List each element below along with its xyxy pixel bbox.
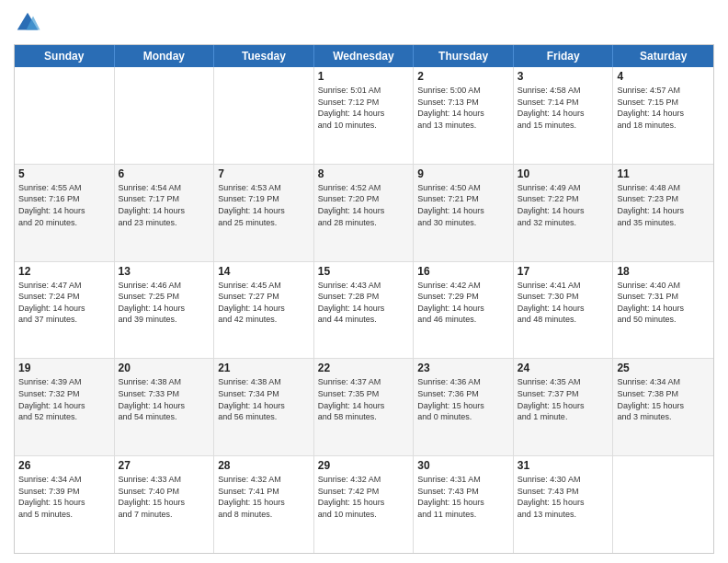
cell-text: Sunrise: 4:50 AMSunset: 7:21 PMDaylight:…	[417, 182, 509, 228]
calendar-row-1: 5Sunrise: 4:55 AMSunset: 7:16 PMDaylight…	[15, 165, 713, 262]
calendar-cell: 8Sunrise: 4:52 AMSunset: 7:20 PMDaylight…	[314, 165, 415, 261]
calendar-cell: 17Sunrise: 4:41 AMSunset: 7:30 PMDayligh…	[514, 262, 614, 359]
cell-text: Sunrise: 4:39 AMSunset: 7:32 PMDaylight:…	[18, 376, 110, 422]
cell-text: Sunrise: 5:00 AMSunset: 7:13 PMDaylight:…	[417, 85, 509, 131]
calendar-cell: 3Sunrise: 4:58 AMSunset: 7:14 PMDaylight…	[514, 67, 614, 164]
calendar-cell	[613, 456, 713, 553]
header-day-saturday: Saturday	[613, 45, 713, 67]
day-number: 26	[18, 459, 110, 472]
day-number: 11	[617, 167, 710, 180]
day-number: 6	[119, 167, 210, 180]
logo	[14, 9, 45, 37]
day-number: 10	[518, 167, 609, 180]
header-day-tuesday: Tuesday	[214, 45, 314, 67]
cell-text: Sunrise: 4:46 AMSunset: 7:25 PMDaylight:…	[119, 280, 210, 326]
cell-text: Sunrise: 4:45 AMSunset: 7:27 PMDaylight:…	[218, 280, 310, 326]
calendar-cell: 14Sunrise: 4:45 AMSunset: 7:27 PMDayligh…	[214, 262, 314, 359]
header-day-thursday: Thursday	[414, 45, 514, 67]
header	[14, 9, 714, 37]
day-number: 7	[218, 167, 310, 180]
cell-text: Sunrise: 4:53 AMSunset: 7:19 PMDaylight:…	[218, 182, 310, 228]
day-number: 30	[417, 459, 509, 472]
calendar-body: 1Sunrise: 5:01 AMSunset: 7:12 PMDaylight…	[15, 67, 713, 553]
calendar-cell: 31Sunrise: 4:30 AMSunset: 7:43 PMDayligh…	[514, 456, 614, 553]
calendar-cell: 1Sunrise: 5:01 AMSunset: 7:12 PMDaylight…	[314, 67, 415, 164]
day-number: 14	[218, 265, 310, 278]
day-number: 2	[417, 70, 509, 83]
cell-text: Sunrise: 4:36 AMSunset: 7:36 PMDaylight:…	[417, 376, 509, 422]
calendar-cell: 4Sunrise: 4:57 AMSunset: 7:15 PMDaylight…	[613, 67, 713, 164]
cell-text: Sunrise: 4:43 AMSunset: 7:28 PMDaylight:…	[318, 280, 410, 326]
day-number: 27	[119, 459, 210, 472]
calendar-row-3: 19Sunrise: 4:39 AMSunset: 7:32 PMDayligh…	[15, 359, 713, 456]
cell-text: Sunrise: 4:52 AMSunset: 7:20 PMDaylight:…	[318, 182, 410, 228]
day-number: 5	[18, 167, 110, 180]
calendar-cell: 2Sunrise: 5:00 AMSunset: 7:13 PMDaylight…	[414, 67, 514, 164]
calendar-cell: 26Sunrise: 4:34 AMSunset: 7:39 PMDayligh…	[15, 456, 115, 553]
calendar-cell: 15Sunrise: 4:43 AMSunset: 7:28 PMDayligh…	[314, 262, 415, 359]
day-number: 31	[518, 459, 609, 472]
calendar-cell: 16Sunrise: 4:42 AMSunset: 7:29 PMDayligh…	[414, 262, 514, 359]
cell-text: Sunrise: 4:33 AMSunset: 7:40 PMDaylight:…	[119, 474, 210, 520]
day-number: 25	[617, 362, 710, 374]
header-day-wednesday: Wednesday	[314, 45, 415, 67]
cell-text: Sunrise: 4:49 AMSunset: 7:22 PMDaylight:…	[518, 182, 609, 228]
cell-text: Sunrise: 4:35 AMSunset: 7:37 PMDaylight:…	[518, 376, 609, 422]
day-number: 20	[119, 362, 210, 374]
cell-text: Sunrise: 4:57 AMSunset: 7:15 PMDaylight:…	[617, 85, 710, 131]
calendar-cell: 9Sunrise: 4:50 AMSunset: 7:21 PMDaylight…	[414, 165, 514, 261]
day-number: 19	[18, 362, 110, 374]
calendar-cell: 10Sunrise: 4:49 AMSunset: 7:22 PMDayligh…	[514, 165, 614, 261]
cell-text: Sunrise: 4:41 AMSunset: 7:30 PMDaylight:…	[518, 280, 609, 326]
header-day-friday: Friday	[514, 45, 614, 67]
day-number: 12	[18, 265, 110, 278]
calendar-header: SundayMondayTuesdayWednesdayThursdayFrid…	[15, 45, 713, 67]
day-number: 3	[518, 70, 609, 83]
page: SundayMondayTuesdayWednesdayThursdayFrid…	[0, 0, 728, 563]
logo-icon	[14, 9, 41, 37]
cell-text: Sunrise: 4:48 AMSunset: 7:23 PMDaylight:…	[617, 182, 710, 228]
cell-text: Sunrise: 4:55 AMSunset: 7:16 PMDaylight:…	[18, 182, 110, 228]
cell-text: Sunrise: 4:32 AMSunset: 7:42 PMDaylight:…	[318, 474, 410, 520]
header-day-sunday: Sunday	[15, 45, 115, 67]
day-number: 17	[518, 265, 609, 278]
calendar-cell: 21Sunrise: 4:38 AMSunset: 7:34 PMDayligh…	[214, 359, 314, 455]
day-number: 23	[417, 362, 509, 374]
cell-text: Sunrise: 5:01 AMSunset: 7:12 PMDaylight:…	[318, 85, 410, 131]
calendar-cell: 13Sunrise: 4:46 AMSunset: 7:25 PMDayligh…	[115, 262, 215, 359]
cell-text: Sunrise: 4:54 AMSunset: 7:17 PMDaylight:…	[119, 182, 210, 228]
cell-text: Sunrise: 4:34 AMSunset: 7:39 PMDaylight:…	[18, 474, 110, 520]
day-number: 28	[218, 459, 310, 472]
cell-text: Sunrise: 4:37 AMSunset: 7:35 PMDaylight:…	[318, 376, 410, 422]
calendar-cell: 25Sunrise: 4:34 AMSunset: 7:38 PMDayligh…	[613, 359, 713, 455]
calendar-row-4: 26Sunrise: 4:34 AMSunset: 7:39 PMDayligh…	[15, 456, 713, 553]
day-number: 24	[518, 362, 609, 374]
calendar-cell: 24Sunrise: 4:35 AMSunset: 7:37 PMDayligh…	[514, 359, 614, 455]
day-number: 8	[318, 167, 410, 180]
header-day-monday: Monday	[115, 45, 215, 67]
day-number: 29	[318, 459, 410, 472]
calendar-cell: 5Sunrise: 4:55 AMSunset: 7:16 PMDaylight…	[15, 165, 115, 261]
calendar-cell: 11Sunrise: 4:48 AMSunset: 7:23 PMDayligh…	[613, 165, 713, 261]
cell-text: Sunrise: 4:47 AMSunset: 7:24 PMDaylight:…	[18, 280, 110, 326]
day-number: 1	[318, 70, 410, 83]
cell-text: Sunrise: 4:31 AMSunset: 7:43 PMDaylight:…	[417, 474, 509, 520]
calendar-cell: 30Sunrise: 4:31 AMSunset: 7:43 PMDayligh…	[414, 456, 514, 553]
calendar-cell: 19Sunrise: 4:39 AMSunset: 7:32 PMDayligh…	[15, 359, 115, 455]
day-number: 9	[417, 167, 509, 180]
day-number: 21	[218, 362, 310, 374]
calendar: SundayMondayTuesdayWednesdayThursdayFrid…	[14, 44, 714, 554]
cell-text: Sunrise: 4:30 AMSunset: 7:43 PMDaylight:…	[518, 474, 609, 520]
cell-text: Sunrise: 4:42 AMSunset: 7:29 PMDaylight:…	[417, 280, 509, 326]
calendar-row-0: 1Sunrise: 5:01 AMSunset: 7:12 PMDaylight…	[15, 67, 713, 165]
day-number: 15	[318, 265, 410, 278]
day-number: 4	[617, 70, 710, 83]
cell-text: Sunrise: 4:38 AMSunset: 7:34 PMDaylight:…	[218, 376, 310, 422]
calendar-cell: 6Sunrise: 4:54 AMSunset: 7:17 PMDaylight…	[115, 165, 215, 261]
cell-text: Sunrise: 4:34 AMSunset: 7:38 PMDaylight:…	[617, 376, 710, 422]
calendar-cell	[115, 67, 215, 164]
calendar-cell: 12Sunrise: 4:47 AMSunset: 7:24 PMDayligh…	[15, 262, 115, 359]
day-number: 13	[119, 265, 210, 278]
cell-text: Sunrise: 4:38 AMSunset: 7:33 PMDaylight:…	[119, 376, 210, 422]
calendar-cell: 20Sunrise: 4:38 AMSunset: 7:33 PMDayligh…	[115, 359, 215, 455]
